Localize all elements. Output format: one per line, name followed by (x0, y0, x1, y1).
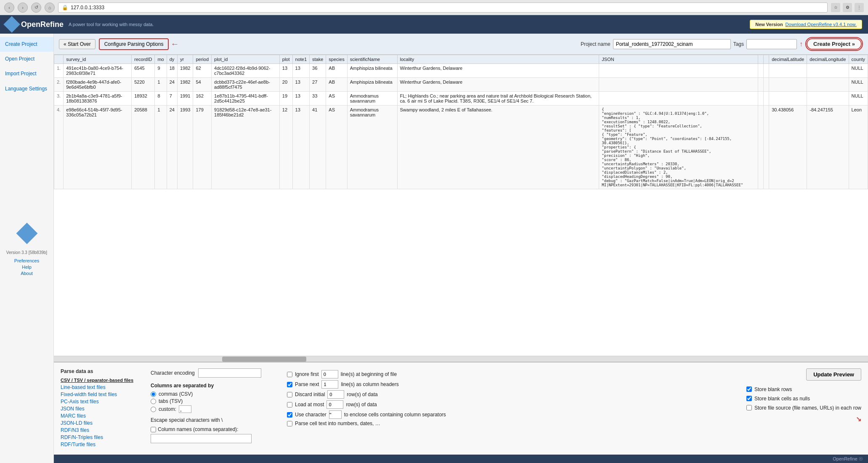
use-character-row: Use character to enclose cells containin… (287, 410, 736, 419)
cell-note1-2: 13 (292, 78, 310, 92)
col-JSON[interactable]: JSON (599, 55, 758, 64)
cell-survey_id-1: 491ec41b-0a80-4ce9-b754-2983c6f38e71 (64, 64, 132, 78)
preferences-link[interactable]: Preferences (14, 258, 39, 263)
cell-species-2: AB (326, 78, 347, 92)
column-names-check-row: Column names (comma separated): (151, 426, 277, 432)
col-decimalLatitude[interactable]: decimalLatitude (769, 55, 807, 64)
rdf-ntriples-link[interactable]: RDF/N-Triples files (61, 434, 141, 440)
col-plot_id[interactable]: plot_id (212, 55, 280, 64)
cell-json-1 (599, 64, 758, 78)
cell-mo-1: 9 (155, 64, 167, 78)
parse-cell-text-checkbox[interactable] (287, 421, 292, 426)
logo-diamond-icon (3, 16, 20, 33)
col-locality[interactable]: locality (397, 55, 599, 64)
project-name-area: Project name Tags ↑ Create Project » (581, 37, 863, 51)
help-link[interactable]: Help (22, 265, 32, 270)
radio-tabs: tabs (TSV) (151, 398, 277, 404)
json-ld-link[interactable]: JSON-LD files (61, 420, 141, 426)
store-file-source-checkbox[interactable] (746, 405, 752, 410)
radio-custom-input[interactable] (151, 407, 156, 412)
horizontal-scrollbar[interactable] (54, 356, 868, 362)
parse-next-input[interactable] (321, 380, 338, 389)
encoding-label: Character encoding (151, 370, 195, 376)
col-decimalLongitude[interactable]: decimalLongitude (807, 55, 849, 64)
json-files-link[interactable]: JSON files (61, 406, 141, 412)
tags-input[interactable] (746, 39, 797, 49)
load-at-most-checkbox[interactable] (287, 402, 292, 407)
use-character-checkbox[interactable] (287, 412, 292, 418)
cell-recordID-2: 5220 (132, 78, 155, 92)
url-bar: 🔒 127.0.0.1:3333 (58, 3, 828, 13)
home-button[interactable]: ⌂ (45, 3, 55, 13)
ignore-first-checkbox[interactable] (287, 372, 292, 377)
cell-mo-2: 1 (155, 78, 167, 92)
load-at-most-input[interactable] (326, 400, 343, 409)
encoding-input[interactable] (198, 368, 261, 378)
download-link[interactable]: Download OpenRefine v3.4.1 now. (786, 22, 857, 27)
extensions-icon[interactable]: ⚙ (843, 3, 852, 12)
col-yr[interactable]: yr (177, 55, 193, 64)
line-based-link[interactable]: Line-based text files (61, 384, 141, 390)
tags-label: Tags (733, 41, 744, 47)
cell-plot_id-1: 4dc16022-f28d-4b9d-9062-c7bc3ad43362 (212, 64, 280, 78)
col-county[interactable]: county (849, 55, 868, 64)
back-button[interactable]: ‹ (4, 3, 14, 13)
content-area: Create Project Open Project Import Proje… (0, 34, 868, 463)
pc-axis-link[interactable]: PC-Axis text files (61, 399, 141, 405)
row-num-4: 4. (54, 106, 64, 189)
discard-initial-checkbox[interactable] (287, 392, 292, 397)
create-project-button[interactable]: Create Project » (807, 38, 862, 50)
col-stake[interactable]: stake (310, 55, 326, 64)
column-names-input[interactable] (151, 434, 252, 443)
store-blank-cells-checkbox[interactable] (746, 396, 752, 401)
custom-separator-input[interactable] (179, 405, 191, 413)
start-over-button[interactable]: « Start Over (59, 39, 96, 49)
column-names-checkbox[interactable] (151, 427, 156, 432)
sidebar-item-import-project[interactable]: Import Project (0, 66, 53, 81)
parse-next-checkbox[interactable] (287, 382, 292, 387)
update-preview-button[interactable]: Update Preview (806, 368, 861, 381)
cell-yr-4: 1993 (177, 106, 193, 189)
bookmark-icon[interactable]: ☆ (831, 3, 840, 12)
col-species[interactable]: species (326, 55, 347, 64)
parse-cell-text-label: Parse cell text into numbers, dates, … (295, 421, 380, 426)
col-dy[interactable]: dy (167, 55, 177, 64)
col-note1[interactable]: note1 (292, 55, 310, 64)
fixed-width-link[interactable]: Fixed-width field text files (61, 392, 141, 397)
sidebar-diamond-icon (16, 222, 37, 244)
cell-note1-1: 13 (292, 64, 310, 78)
radio-tabs-input[interactable] (151, 399, 156, 404)
use-character-input[interactable] (329, 410, 342, 419)
radio-custom-label: custom: (159, 406, 176, 412)
store-blank-rows-checkbox[interactable] (746, 386, 752, 392)
discard-initial-input[interactable] (327, 390, 344, 399)
separator-title: Columns are separated by (151, 383, 277, 389)
configure-parsing-button[interactable]: Configure Parsing Options (100, 40, 168, 49)
ignore-first-input[interactable] (321, 370, 338, 378)
col-recordID[interactable]: recordID (132, 55, 155, 64)
scrollbar-thumb[interactable] (222, 357, 306, 362)
forward-button[interactable]: › (18, 3, 28, 13)
sidebar-item-open-project[interactable]: Open Project (0, 52, 53, 66)
radio-commas-input[interactable] (151, 392, 156, 397)
table-area[interactable]: survey_id recordID mo dy yr period plot_… (54, 55, 868, 356)
parse-panel: Parse data as CSV / TSV / separator-base… (54, 362, 868, 455)
store-file-source-row: Store file source (file names, URLs) in … (746, 405, 861, 411)
menu-icon[interactable]: ⋮ (855, 3, 864, 12)
col-survey_id[interactable]: survey_id (64, 55, 132, 64)
col-period[interactable]: period (193, 55, 212, 64)
about-link[interactable]: About (21, 271, 33, 276)
reload-button[interactable]: ↺ (31, 3, 41, 13)
marc-files-link[interactable]: MARC files (61, 413, 141, 419)
rdf-turtle-link[interactable]: RDF/Turtle files (61, 442, 141, 447)
cell-period-3: 162 (193, 92, 212, 106)
col-plot[interactable]: plot (279, 55, 292, 64)
rdf-n3-link[interactable]: RDF/N3 files (61, 427, 141, 433)
sidebar-item-create-project[interactable]: Create Project (0, 37, 53, 52)
col-mo[interactable]: mo (155, 55, 167, 64)
create-project-circle: Create Project » (805, 37, 863, 51)
sidebar-item-language-settings[interactable]: Language Settings (0, 82, 53, 96)
col-scientificName[interactable]: scientificName (347, 55, 397, 64)
row-num-1: 1. (54, 64, 64, 78)
project-name-input[interactable] (613, 39, 731, 49)
